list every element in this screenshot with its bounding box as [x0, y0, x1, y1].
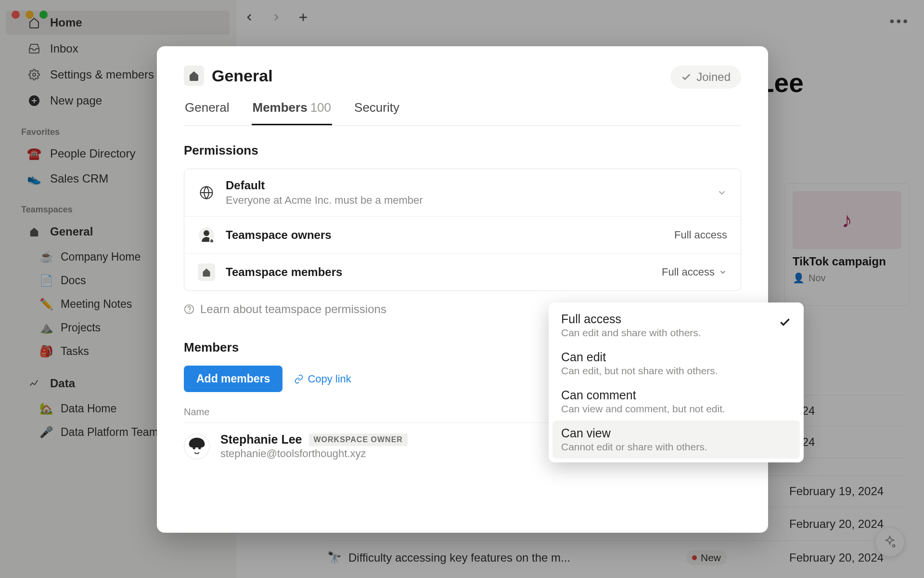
dropdown-title: Can view	[561, 426, 791, 440]
add-members-button[interactable]: Add members	[184, 366, 282, 392]
dropdown-title: Can edit	[561, 350, 791, 364]
permission-level: Full access	[674, 229, 727, 241]
tab-general[interactable]: General	[184, 100, 231, 125]
copy-link-label: Copy link	[308, 373, 351, 385]
learn-label: Learn about teamspace permissions	[200, 302, 386, 316]
permissions-box: Default Everyone at Acme Inc. must be a …	[184, 169, 741, 291]
svg-point-11	[189, 312, 190, 312]
member-name: Stephanie Lee	[220, 433, 302, 447]
joined-status[interactable]: Joined	[670, 66, 741, 89]
dropdown-desc: Can edit, but not share with others.	[561, 365, 791, 377]
permission-dropdown: Full access Can edit and share with othe…	[549, 302, 804, 462]
permission-title: Teamspace owners	[226, 228, 664, 242]
permissions-heading: Permissions	[184, 143, 741, 158]
home-icon	[184, 66, 204, 86]
dropdown-item-full-access[interactable]: Full access Can edit and share with othe…	[552, 306, 800, 344]
dropdown-desc: Can view and comment, but not edit.	[561, 403, 791, 415]
avatar	[184, 434, 210, 460]
member-email: stephanie@toolsforthought.xyz	[220, 447, 408, 460]
dropdown-item-can-edit[interactable]: Can edit Can edit, but not share with ot…	[552, 344, 800, 382]
svg-point-16	[198, 447, 201, 449]
members-count: 100	[310, 100, 331, 115]
avatar-icon	[198, 226, 215, 244]
dropdown-title: Full access	[561, 312, 791, 326]
globe-icon	[198, 184, 215, 201]
dropdown-title: Can comment	[561, 388, 791, 402]
svg-point-8	[204, 230, 209, 236]
home-icon	[198, 263, 215, 281]
permission-title: Teamspace members	[226, 265, 651, 279]
joined-label: Joined	[696, 70, 731, 84]
copy-link-button[interactable]: Copy link	[294, 373, 351, 385]
tab-security[interactable]: Security	[353, 100, 400, 125]
check-icon	[779, 316, 791, 328]
svg-point-15	[192, 447, 195, 449]
dropdown-item-can-view[interactable]: Can view Cannot edit or share with other…	[552, 420, 800, 459]
modal-title: General	[212, 66, 273, 85]
tab-members[interactable]: Members100	[252, 100, 333, 125]
permission-row-owners: Teamspace owners Full access	[184, 216, 741, 253]
permission-row-members: Teamspace members Full access	[184, 253, 741, 290]
member-badge: WORKSPACE OWNER	[309, 434, 408, 446]
permission-row-default[interactable]: Default Everyone at Acme Inc. must be a …	[184, 169, 741, 216]
dropdown-desc: Cannot edit or share with others.	[561, 441, 791, 453]
chevron-down-icon[interactable]	[717, 187, 727, 198]
dropdown-desc: Can edit and share with others.	[561, 327, 791, 339]
dropdown-item-can-comment[interactable]: Can comment Can view and comment, but no…	[552, 382, 800, 420]
permission-level-dropdown[interactable]: Full access	[662, 266, 727, 278]
permission-title: Default	[226, 179, 706, 192]
permission-desc: Everyone at Acme Inc. must be a member	[226, 194, 706, 207]
